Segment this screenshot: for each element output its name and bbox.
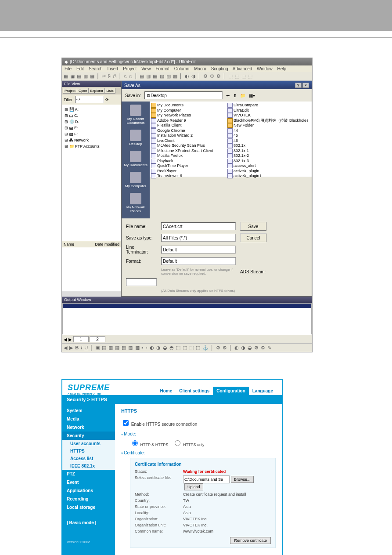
sidebar-sub-https[interactable]: HTTPS (62, 447, 115, 455)
save-in-dropdown[interactable]: 🖥 Desktop (144, 91, 223, 99)
list-item: activeX_plugin1 (227, 174, 310, 179)
places-computer[interactable]: My Computer (122, 170, 150, 192)
list-item: RealPlayer (151, 169, 223, 174)
menu-file[interactable]: File (65, 66, 72, 71)
format-dropdown[interactable]: Default (161, 257, 236, 265)
list-item: 44 (227, 128, 310, 134)
nav-language[interactable]: Language (249, 387, 277, 395)
menu-format[interactable]: Format (155, 66, 169, 71)
mode-heading[interactable]: Mode: (121, 432, 276, 436)
list-item: UltraEdit (227, 108, 310, 113)
filename-input[interactable]: CAcert.crt (161, 222, 236, 230)
terminator-label: Line Terminator: (126, 245, 157, 254)
enable-label: Enable HTTPS secure connection (131, 422, 198, 427)
nav-configuration[interactable]: Configuration (213, 387, 249, 395)
cancel-button[interactable]: Cancel (240, 233, 266, 242)
tab-open[interactable]: Open (77, 88, 89, 94)
tab-explorer[interactable]: Explorer (88, 88, 105, 94)
toolbar-row[interactable]: ▦ ▣ ▤ ▥ ▦ │ ✂ ⎘ ⎙ │ ⎌ ⎌ │ ▤ ▥ ▦ ▧ ▨ ▩ │ … (62, 72, 312, 81)
enable-row[interactable]: Enable HTTPS secure connection (121, 419, 276, 427)
nav-home[interactable]: Home (157, 387, 176, 395)
menu-help[interactable]: Help (277, 66, 286, 71)
remove-cert-button[interactable]: Remove certificate (230, 537, 271, 544)
new-folder-icon[interactable]: 📁 (240, 93, 245, 98)
cert-row-state: State or province:Asia (135, 504, 271, 509)
tree-item: ⊞ 💿 D: (65, 119, 119, 125)
sidebar[interactable]: System Media Network Security User accou… (62, 404, 115, 555)
toolbar-bottom[interactable]: ◀ ▶ B I U │ ▣ ▤ ▥ ▦ ▧ ▨ ▩ ▪ ▫ ◐ ◑ ◒ ◓ ⬚ … (62, 343, 312, 352)
back-icon[interactable]: ⬅ (226, 93, 230, 98)
menu-view[interactable]: View (141, 66, 151, 71)
places-recent[interactable]: My Recent Documents (122, 103, 150, 128)
places-desktop[interactable]: Desktop (122, 128, 150, 149)
radio-row[interactable]: HTTP & HTTPS HTTPS only (130, 439, 276, 447)
list-item: My Documents (151, 103, 223, 108)
menu-insert[interactable]: Insert (107, 66, 118, 71)
tree-item: ⊞ 🖴 E: (65, 125, 119, 131)
sidebar-item-system[interactable]: System (62, 406, 115, 415)
list-item: BlackholePM公用資料夾（位於 Blackhole） (227, 118, 310, 123)
top-nav[interactable]: Home Client settings Configuration Langu… (157, 387, 277, 395)
ads-dropdown[interactable] (126, 278, 157, 286)
editor-tabs[interactable]: ◀ ▶ 12 (62, 335, 312, 343)
menu-search[interactable]: Search (89, 66, 103, 71)
tab-project[interactable]: Project (63, 88, 77, 94)
sidebar-item-network[interactable]: Network (62, 423, 115, 432)
sidebar-sub-ieee[interactable]: IEEE 802.1x (62, 462, 115, 470)
tab-lists[interactable]: Lists (104, 88, 115, 94)
sidebar-item-media[interactable]: Media (62, 415, 115, 423)
help-icon[interactable]: ? (295, 83, 302, 88)
basic-mode-link[interactable]: | Basic mode | (62, 511, 115, 527)
menu-column[interactable]: Column (174, 66, 189, 71)
col-date[interactable]: Date modified (95, 242, 119, 247)
views-icon[interactable]: ▦▾ (249, 93, 255, 98)
sidebar-item-ptz[interactable]: PTZ (62, 470, 115, 478)
list-item: VIVOTEK (227, 113, 310, 118)
save-button[interactable]: Save (240, 222, 266, 231)
browse-button[interactable]: Browse... (231, 476, 254, 483)
sidebar-sub-user[interactable]: User accounts (62, 440, 115, 447)
menu-macro[interactable]: Macro (194, 66, 206, 71)
type-dropdown[interactable]: All Files (*.*) (161, 234, 236, 242)
places-bar[interactable]: My Recent Documents Desktop My Documents… (122, 102, 150, 218)
filename-label: File name: (126, 224, 157, 229)
places-documents[interactable]: My Documents (122, 149, 150, 170)
file-view-columns[interactable]: Name Date modified (62, 241, 121, 247)
sheet-tab-1[interactable]: 1 (73, 336, 89, 342)
terminator-dropdown[interactable]: Default (161, 246, 236, 254)
refresh-icon[interactable]: ⟳ (105, 98, 109, 102)
sidebar-sub-access[interactable]: Access list (62, 455, 115, 462)
sidebar-item-storage[interactable]: Local storage (62, 503, 115, 511)
sidebar-item-security[interactable]: Security (62, 432, 115, 440)
cert-file-input[interactable] (183, 475, 230, 483)
menu-edit[interactable]: Edit (76, 66, 84, 71)
list-item: 802.1x-1 (227, 149, 310, 154)
sidebar-item-recording[interactable]: Recording (62, 495, 115, 503)
radio-both[interactable] (132, 440, 138, 446)
sidebar-item-event[interactable]: Event (62, 478, 115, 486)
scrollbar[interactable] (62, 291, 121, 297)
menu-project[interactable]: Project (123, 66, 137, 71)
col-name[interactable]: Name (64, 242, 95, 247)
upload-button[interactable]: Upload (184, 483, 203, 490)
places-network[interactable]: My Network Places (122, 192, 150, 217)
nav-client[interactable]: Client settings (176, 387, 213, 395)
enable-checkbox[interactable] (123, 420, 129, 426)
menu-window[interactable]: Window (257, 66, 273, 71)
file-view-tabs[interactable]: ProjectOpenExplorerLists (62, 87, 121, 94)
menu-advanced[interactable]: Advanced (233, 66, 252, 71)
file-list[interactable]: My Documents My Computer My Network Plac… (150, 102, 312, 177)
cert-heading[interactable]: Certificate: (121, 450, 276, 455)
sheet-tab-2[interactable]: 2 (90, 336, 105, 342)
cert-row-method: Method:Create certificate request and in… (135, 492, 271, 497)
ultraedit-menubar[interactable]: File Edit Search Insert Project View For… (62, 65, 312, 72)
cert-row-locality: Locality:Asia (135, 511, 271, 515)
sidebar-item-applications[interactable]: Applications (62, 486, 115, 495)
radio-https-only[interactable] (175, 440, 180, 446)
menu-scripting[interactable]: Scripting (211, 66, 228, 71)
drive-tree[interactable]: ⊞ 💾 A: ⊞ 🖴 C: ⊞ 💿 D: ⊞ 🖴 E: ⊞ 🖴 F: ⊞ 🖧 N… (62, 105, 121, 241)
up-icon[interactable]: ⬆ (233, 93, 237, 98)
close-icon[interactable]: × (302, 83, 309, 88)
filter-input[interactable] (75, 96, 104, 103)
format-label: Format: (126, 259, 157, 264)
